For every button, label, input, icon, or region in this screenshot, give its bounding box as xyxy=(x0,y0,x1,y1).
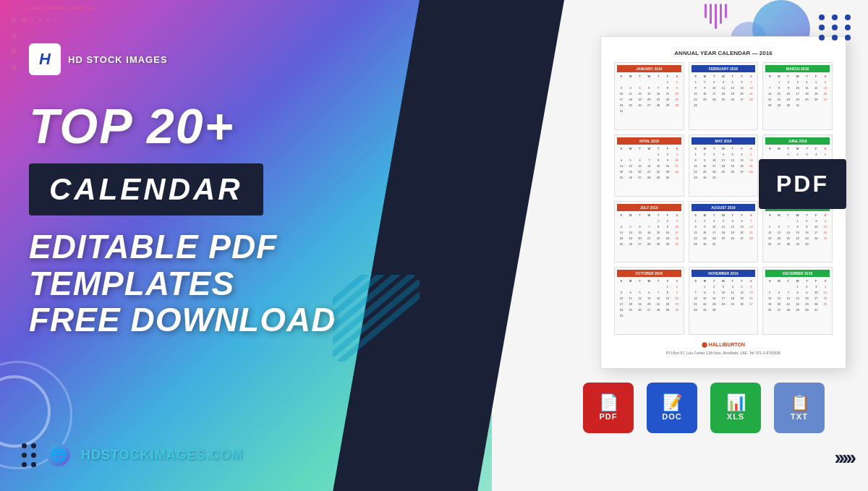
dot-sm xyxy=(31,443,36,448)
website-url: HDSTOCKIMAGES.COM xyxy=(81,448,243,463)
month-block: AUGUST 2016 SMTWTFS 1234567 891011121314… xyxy=(689,201,759,263)
dots-bottom-left xyxy=(22,443,36,467)
pdf-icon-symbol: 📄 xyxy=(599,395,618,411)
dots-decoration-top-right xyxy=(819,14,854,40)
month-block: MARCH 2016 SMTWTFS 123456 78910111213 14… xyxy=(762,62,833,130)
doc-icon-symbol: 📝 xyxy=(663,395,682,411)
doc-icon-label: DOC xyxy=(662,412,681,421)
file-formats-row: 📄 PDF 📝 DOC 📊 XLS 📋 TXT xyxy=(583,383,825,433)
badge-label: CALENDAR xyxy=(49,172,243,206)
calendar-badge: CALENDAR xyxy=(29,163,263,215)
month-block: SEPTEMBER 2016 SMTWTFS 1234 567891011 12… xyxy=(762,201,833,263)
dot-sm xyxy=(22,453,27,458)
stripes-decoration xyxy=(333,275,420,362)
dot xyxy=(845,25,851,30)
txt-icon-label: TXT xyxy=(791,412,808,421)
globe-icon: 🌐 xyxy=(47,443,70,466)
company-address: P.O Box 97, Lulu Center 11th floor, Abud… xyxy=(614,351,833,355)
xls-icon-label: XLS xyxy=(727,412,744,421)
month-block: JULY 2016 SMTWTFS 123 45678910 111213141… xyxy=(614,201,684,263)
headline-top20: TOP 20+ xyxy=(29,101,412,150)
dot xyxy=(832,14,838,20)
pdf-badge-label: PDF xyxy=(776,171,829,197)
subtitle-line1: EDITABLE PDF TEMPLATES xyxy=(29,228,277,302)
pdf-icon-label: PDF xyxy=(600,412,618,421)
vertical-lines-decoration xyxy=(705,4,727,29)
dot-sm xyxy=(31,462,36,467)
chevrons-right-decoration: ››››› xyxy=(834,446,854,469)
dot xyxy=(819,14,825,20)
month-block: MAY 2016 SMTWTFS 1234567 891011121314 15… xyxy=(689,135,759,197)
txt-format-icon[interactable]: 📋 TXT xyxy=(774,383,825,433)
dot-sm xyxy=(22,462,27,467)
month-block: DECEMBER 2016 SMTWTFS 1234 567891011 121… xyxy=(762,267,833,335)
month-block: JANUARY 2016 SMTWTFS 12 3456789 10111213… xyxy=(614,62,684,130)
logo-box: H xyxy=(29,43,61,75)
logo-letter: H xyxy=(39,50,51,69)
calendar-title: ANNUAL YEAR CALENDAR — 2016 xyxy=(614,50,833,56)
month-block: FEBRUARY 2016 SMTWTFS 1234567 8910111213… xyxy=(689,62,759,130)
dot-sm xyxy=(31,453,36,458)
month-block: OCTOBER 2016 SMTWTFS 12 3456789 10111213… xyxy=(614,267,684,335)
dot xyxy=(819,25,825,30)
company-logo-text: ⬤ HALLIBURTON xyxy=(614,342,833,348)
dot xyxy=(819,35,825,40)
pdf-overlay-badge: PDF xyxy=(759,159,846,209)
xls-icon-symbol: 📊 xyxy=(726,395,746,411)
bottom-left-area: 🌐 HDSTOCKIMAGES.COM xyxy=(0,419,289,491)
horizontal-lines-decoration xyxy=(22,7,94,9)
pdf-format-icon[interactable]: 📄 PDF xyxy=(583,383,634,433)
month-block: NOVEMBER 2016 SMTWTFS 123456 78910111213… xyxy=(689,267,759,335)
xls-format-icon[interactable]: 📊 XLS xyxy=(710,383,761,433)
dot xyxy=(832,35,838,40)
subtitle-line2: FREE DOWNLOAD xyxy=(29,301,336,338)
brand-name: HD STOCK IMAGES xyxy=(68,54,168,65)
dot xyxy=(845,35,851,40)
logo-area: H HD STOCK IMAGES xyxy=(29,43,168,75)
dot xyxy=(845,14,851,20)
dot-sm xyxy=(22,443,27,448)
txt-icon-symbol: 📋 xyxy=(790,395,809,411)
dot xyxy=(832,25,838,30)
doc-format-icon[interactable]: 📝 DOC xyxy=(647,383,697,433)
month-block: APRIL 2016 SMTWTFS 123 45678910 11121314… xyxy=(614,135,684,197)
